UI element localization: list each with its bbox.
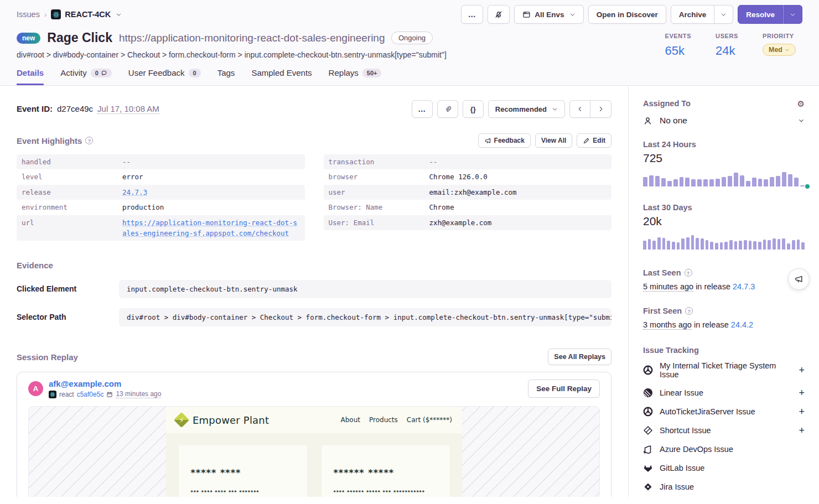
site-brand: ⚡ Empower Plant: [176, 414, 269, 426]
breadcrumb-project[interactable]: REACT-4CK: [51, 9, 122, 19]
replay-viewport[interactable]: ⚡ Empower Plant About Products Cart ($**…: [28, 406, 600, 497]
kv-value: zxh@example.com: [429, 217, 607, 228]
comment-bubble-icon: [101, 70, 107, 76]
topbar-actions: … All Envs Open in Discover Archive Reso…: [461, 5, 802, 24]
previous-event-button[interactable]: [569, 100, 590, 118]
site-brand-name: Empower Plant: [193, 414, 269, 426]
add-issue-button[interactable]: +: [799, 425, 805, 435]
tab-user-feedback[interactable]: User Feedback 0: [128, 68, 201, 85]
tracking-item-jira[interactable]: Jira Issue: [643, 477, 805, 496]
issue-tracking-section: Issue Tracking My Internal Ticket Triage…: [643, 346, 805, 496]
last-30d-title: Last 30 Days: [643, 203, 805, 212]
chevron-down-icon: [798, 117, 805, 124]
feedback-button[interactable]: Feedback: [478, 133, 531, 148]
help-icon[interactable]: ?: [85, 137, 93, 144]
kv-value: production: [122, 202, 300, 212]
tracking-item-linear[interactable]: Linear Issue +: [643, 383, 805, 402]
attachments-button[interactable]: [437, 100, 458, 118]
replay-id-link[interactable]: c5af0e5c: [77, 391, 104, 398]
chevron-down-icon: [116, 12, 122, 18]
release-link[interactable]: 24.7.3: [122, 187, 300, 198]
tracking-item-gitlab[interactable]: GitLab Issue: [643, 459, 805, 477]
kv-value: email:zxh@example.com: [429, 187, 607, 198]
tab-sampled-events[interactable]: Sampled Events: [251, 68, 312, 85]
more-actions-button[interactable]: …: [461, 5, 483, 24]
replayed-website: ⚡ Empower Plant About Products Cart ($**…: [166, 407, 462, 497]
add-issue-button[interactable]: +: [799, 407, 805, 417]
open-in-discover-button[interactable]: Open in Discover: [588, 5, 666, 24]
chevron-right-icon: [598, 106, 604, 112]
archive-button[interactable]: Archive: [671, 5, 715, 24]
mute-notifications-button[interactable]: [488, 5, 510, 24]
tracking-item-jira-server[interactable]: AutoTicketJiraServer Issue +: [643, 402, 805, 421]
kv-value: error: [122, 172, 300, 182]
see-all-replays-button[interactable]: See All Replays: [548, 349, 611, 365]
archive-split-button: Archive: [671, 5, 734, 24]
help-icon[interactable]: ?: [685, 307, 693, 315]
tracking-item-internal-triage[interactable]: My Internal Ticket Triage System Issue +: [643, 357, 805, 383]
calendar-icon: [106, 391, 113, 398]
add-issue-button[interactable]: +: [799, 388, 805, 398]
live-indicator-dot: [805, 184, 810, 189]
events-count[interactable]: 65k: [665, 44, 691, 58]
linear-icon: [643, 388, 653, 398]
event-timestamp[interactable]: Jul 17, 10:08 AM: [97, 104, 159, 114]
gear-icon[interactable]: ⚙: [797, 100, 805, 108]
recommended-dropdown[interactable]: Recommended: [488, 100, 565, 118]
all-envs-dropdown[interactable]: All Envs: [514, 5, 583, 24]
kv-value: --: [122, 157, 300, 167]
resolve-button[interactable]: Resolve: [738, 5, 783, 24]
tab-activity[interactable]: Activity 0: [60, 68, 112, 85]
see-full-replay-button[interactable]: See Full Replay: [528, 380, 600, 398]
product-desc-masked: *** **** **** *** *******: [191, 490, 295, 495]
paperclip-icon: [444, 105, 451, 113]
archive-dropdown-button[interactable]: [714, 5, 733, 24]
assignee-dropdown[interactable]: No one: [643, 116, 805, 126]
ellipsis-icon: …: [468, 10, 476, 19]
chevron-down-icon: [790, 12, 796, 18]
event-more-button[interactable]: …: [412, 100, 433, 118]
add-issue-button[interactable]: +: [799, 365, 805, 375]
jira-icon: [643, 482, 653, 492]
priority-dropdown[interactable]: Med: [763, 44, 796, 56]
tab-details[interactable]: Details: [17, 68, 44, 85]
tab-replays[interactable]: Replays 50+: [329, 68, 382, 85]
view-all-button[interactable]: View All: [535, 133, 572, 148]
help-icon[interactable]: ?: [685, 269, 692, 277]
issue-header: Issues › REACT-4CK … All Envs Open in Di…: [0, 0, 819, 86]
resolve-dropdown-button[interactable]: [783, 5, 802, 24]
next-event-button[interactable]: [590, 100, 611, 118]
site-nav-cart: Cart ($******): [407, 416, 452, 424]
evidence-label: Clicked Element: [17, 280, 119, 293]
replay-time-ago[interactable]: 13 minutes ago: [116, 390, 161, 398]
highlights-table-left: handled-- levelerror release24.7.3 envir…: [17, 154, 305, 241]
last-seen-release-link[interactable]: 24.7.3: [733, 282, 755, 291]
last-seen-section: Last Seen? 5 minutes ago in release 24.7…: [643, 268, 805, 291]
window-icon: [522, 11, 531, 19]
chevron-down-icon: [720, 12, 727, 18]
edit-highlights-button[interactable]: Edit: [577, 133, 611, 148]
event-highlights-title: Event Highlights ?: [17, 136, 93, 146]
sidebar: Assigned To ⚙ No one Last 24 Hours 725 L…: [628, 86, 819, 497]
evidence-value: input.complete-checkout-btn.sentry-unmas…: [119, 280, 611, 298]
breadcrumb-separator: ›: [44, 11, 46, 19]
json-button[interactable]: {}: [463, 100, 484, 118]
tracking-item-shortcut[interactable]: Shortcut Issue +: [643, 421, 805, 440]
url-link[interactable]: https://application-monitoring-react-dot…: [122, 217, 300, 239]
last-seen-time[interactable]: 5 minutes ago: [643, 282, 693, 292]
last-30d-chart[interactable]: [643, 233, 805, 250]
last-24h-chart[interactable]: [643, 170, 805, 186]
users-count[interactable]: 24k: [716, 44, 738, 58]
floating-feedback-button[interactable]: [788, 268, 810, 290]
session-replay-card: A afk@example.com react c5af0e5c 13 minu…: [17, 372, 611, 497]
first-seen-time[interactable]: 3 months ago: [643, 320, 692, 330]
product-card: ****** ***** **** ****** ***** *** *****…: [322, 445, 450, 497]
tab-tags[interactable]: Tags: [217, 68, 235, 85]
site-nav: About Products Cart ($******): [341, 416, 453, 424]
evidence-selector-path: Selector Path div#root > div#body-contai…: [17, 308, 611, 326]
tracking-item-azure-devops[interactable]: Azure DevOps Issue: [643, 440, 805, 459]
breadcrumb-issues[interactable]: Issues: [17, 10, 40, 19]
first-seen-release-link[interactable]: 24.4.2: [731, 320, 753, 329]
resolve-split-button: Resolve: [738, 5, 802, 24]
replay-user-link[interactable]: afk@example.com: [49, 379, 161, 388]
